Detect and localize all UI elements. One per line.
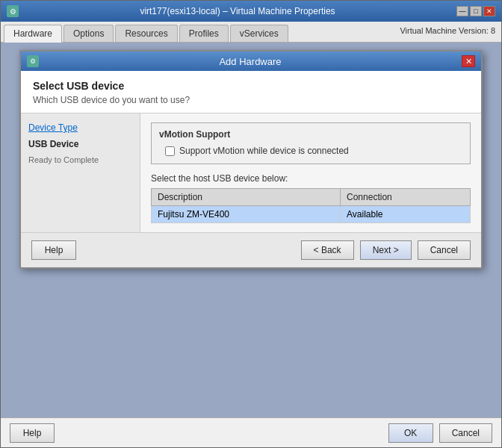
- close-button[interactable]: ✕: [483, 6, 495, 16]
- dialog-footer: Help < Back Next > Cancel: [21, 232, 481, 267]
- tab-resources[interactable]: Resources: [115, 25, 177, 42]
- tab-hardware[interactable]: Hardware: [4, 25, 62, 43]
- dialog-overlay: ⚙ Add Hardware ✕ Select USB device Which…: [1, 43, 501, 417]
- vmotion-checkbox-label: Support vMotion while device is connecte…: [179, 146, 349, 156]
- dialog-title: Add Hardware: [39, 56, 462, 67]
- dialog-header: Select USB device Which USB device do yo…: [21, 71, 481, 113]
- tab-options[interactable]: Options: [63, 25, 114, 42]
- vmotion-checkbox[interactable]: [165, 146, 175, 156]
- footer-right-buttons: < Back Next > Cancel: [301, 240, 471, 260]
- col-description: Description: [152, 189, 341, 206]
- dialog-nav: Device Type USB Device Ready to Complete: [21, 113, 140, 232]
- tab-bar: Hardware Options Resources Profiles vSer…: [1, 22, 501, 43]
- main-help-button[interactable]: Help: [10, 423, 55, 443]
- add-hardware-dialog: ⚙ Add Hardware ✕ Select USB device Which…: [19, 50, 483, 269]
- app-icon: ⚙: [7, 5, 19, 17]
- tab-profiles[interactable]: Profiles: [179, 25, 229, 42]
- table-row[interactable]: Fujitsu ZM-VE400 Available: [152, 206, 471, 223]
- window-controls: — □ ✕: [456, 6, 495, 16]
- nav-item-device-type[interactable]: Device Type: [28, 122, 132, 133]
- nav-item-usb-device: USB Device: [28, 139, 132, 149]
- main-ok-button[interactable]: OK: [388, 423, 433, 443]
- usb-device-table: Description Connection Fujitsu ZM-VE400 …: [151, 188, 471, 223]
- back-button[interactable]: < Back: [301, 240, 354, 260]
- help-button[interactable]: Help: [31, 240, 76, 260]
- dialog-close-button[interactable]: ✕: [462, 55, 475, 67]
- next-button[interactable]: Next >: [360, 240, 412, 260]
- dialog-header-subtitle: Which USB device do you want to use?: [33, 95, 469, 105]
- vmotion-checkbox-row: Support vMotion while device is connecte…: [165, 146, 462, 156]
- main-cancel-button[interactable]: Cancel: [439, 423, 492, 443]
- usb-select-label: Select the host USB device below:: [151, 173, 471, 184]
- tab-vservices[interactable]: vServices: [230, 25, 288, 42]
- restore-button[interactable]: □: [470, 6, 482, 16]
- dialog-title-bar: ⚙ Add Hardware ✕: [21, 52, 481, 71]
- minimize-button[interactable]: —: [456, 6, 468, 16]
- device-description: Fujitsu ZM-VE400: [152, 206, 341, 223]
- col-connection: Connection: [341, 189, 471, 206]
- vmotion-legend: vMotion Support: [159, 129, 462, 140]
- device-connection: Available: [341, 206, 471, 223]
- main-window: ⚙ virt177(esxi13-local) – Virtual Machin…: [0, 0, 502, 448]
- main-footer-buttons: OK Cancel: [388, 423, 492, 443]
- main-content: ⚙ Add Hardware ✕ Select USB device Which…: [1, 43, 501, 417]
- dialog-body: Device Type USB Device Ready to Complete…: [21, 113, 481, 232]
- dialog-header-title: Select USB device: [33, 80, 469, 92]
- vmotion-support-section: vMotion Support Support vMotion while de…: [151, 122, 471, 164]
- window-title: virt177(esxi13-local) – Virtual Machine …: [19, 6, 456, 16]
- title-bar: ⚙ virt177(esxi13-local) – Virtual Machin…: [1, 1, 501, 22]
- main-window-footer: Help OK Cancel: [1, 417, 501, 447]
- cancel-button[interactable]: Cancel: [418, 240, 471, 260]
- dialog-app-icon: ⚙: [27, 55, 39, 67]
- nav-item-ready: Ready to Complete: [28, 155, 132, 164]
- vm-version-label: Virtual Machine Version: 8: [400, 26, 495, 35]
- dialog-main-panel: vMotion Support Support vMotion while de…: [140, 113, 481, 232]
